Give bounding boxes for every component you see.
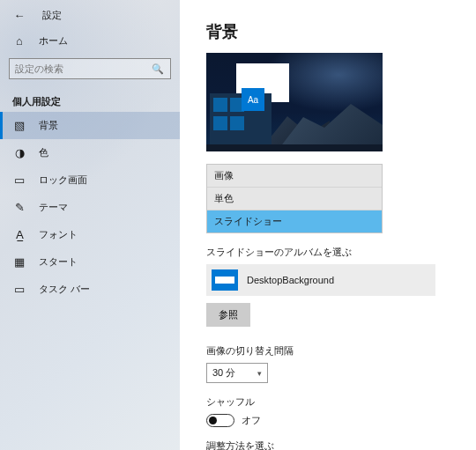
interval-value: 30 分 — [212, 366, 235, 380]
album-name: DesktopBackground — [247, 275, 334, 285]
search-box[interactable]: 🔍 — [9, 58, 171, 79]
option-picture[interactable]: 画像 — [207, 165, 382, 187]
section-header: 個人用設定 — [0, 88, 180, 112]
main-content: 背景 Aa 画像 単色 スライドショー スライドショーのアルバムを選ぶ Desk… — [180, 0, 476, 450]
sidebar-item-label: テーマ — [39, 201, 68, 214]
search-input[interactable] — [15, 63, 151, 74]
sidebar-item-label: フォント — [39, 228, 78, 241]
search-icon: 🔍 — [151, 63, 165, 75]
sidebar-item-fonts[interactable]: A̲ フォント — [0, 221, 180, 248]
background-type-listbox[interactable]: 画像 単色 スライドショー — [206, 164, 383, 233]
home-link[interactable]: ⌂ ホーム — [0, 27, 180, 55]
sidebar-header: ← 設定 — [0, 0, 180, 27]
font-icon: A̲ — [12, 228, 26, 241]
palette-icon: ◑ — [12, 146, 26, 159]
sidebar-item-label: 色 — [39, 146, 48, 159]
back-icon[interactable]: ← — [12, 9, 26, 22]
album-label: スライドショーのアルバムを選ぶ — [206, 246, 450, 259]
shuffle-label: シャッフル — [206, 395, 450, 409]
home-label: ホーム — [39, 34, 68, 48]
sidebar-item-label: タスク バー — [39, 283, 90, 296]
chevron-down-icon: ▾ — [257, 369, 262, 378]
theme-icon: ✎ — [12, 201, 26, 214]
browse-button[interactable]: 参照 — [206, 303, 250, 327]
shuffle-state: オフ — [242, 414, 261, 427]
sidebar-item-label: ロック画面 — [39, 173, 87, 187]
search-row: 🔍 — [0, 55, 180, 88]
fit-label: 調整方法を選ぶ — [206, 439, 450, 450]
home-icon: ⌂ — [12, 34, 26, 48]
sidebar-item-start[interactable]: ▦ スタート — [0, 248, 180, 276]
sidebar-item-label: 背景 — [39, 119, 58, 132]
album-row[interactable]: DesktopBackground — [206, 264, 435, 296]
sidebar-item-colors[interactable]: ◑ 色 — [0, 139, 180, 166]
page-title: 背景 — [206, 21, 450, 42]
folder-thumb-icon — [212, 269, 238, 291]
lock-icon: ▭ — [12, 173, 26, 187]
sidebar-item-lockscreen[interactable]: ▭ ロック画面 — [0, 166, 180, 194]
taskbar-icon: ▭ — [12, 283, 26, 296]
option-slideshow[interactable]: スライドショー — [207, 210, 382, 232]
sidebar-item-background[interactable]: ▧ 背景 — [0, 112, 180, 139]
interval-label: 画像の切り替え間隔 — [206, 344, 450, 358]
shuffle-toggle[interactable] — [206, 414, 234, 427]
sidebar-item-taskbar[interactable]: ▭ タスク バー — [0, 276, 180, 303]
interval-combo[interactable]: 30 分 ▾ — [206, 363, 268, 383]
settings-title: 設定 — [42, 9, 62, 22]
option-solid[interactable]: 単色 — [207, 187, 382, 210]
start-icon: ▦ — [12, 255, 26, 269]
shuffle-row: オフ — [206, 414, 450, 427]
preview-tile: Aa — [242, 88, 264, 111]
sidebar: ← 設定 ⌂ ホーム 🔍 個人用設定 ▧ 背景 ◑ 色 ▭ ロック画面 ✎ テー… — [0, 0, 180, 450]
picture-icon: ▧ — [12, 119, 26, 132]
sidebar-item-themes[interactable]: ✎ テーマ — [0, 194, 180, 221]
background-preview: Aa — [206, 53, 383, 151]
sidebar-item-label: スタート — [39, 255, 78, 269]
